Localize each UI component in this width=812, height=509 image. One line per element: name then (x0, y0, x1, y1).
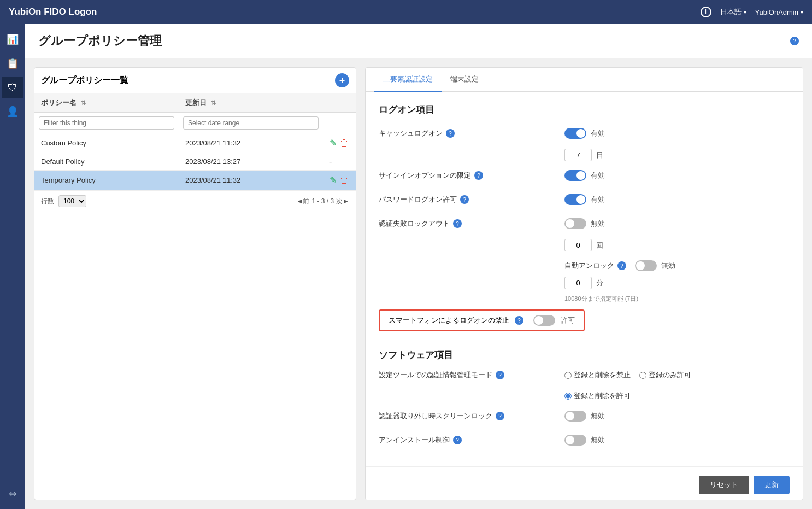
auto-unlock-toggle[interactable] (635, 260, 657, 271)
info-icon[interactable]: i (701, 7, 711, 17)
auto-unlock-status: 無効 (661, 261, 675, 271)
settings-panel: 二要素認証設定 端末設定 ログオン項目 キャッシュログオン ? (365, 67, 803, 500)
rows-per-page-select[interactable]: 100 50 25 (58, 195, 86, 207)
uninstall-help-icon[interactable]: ? (453, 436, 462, 444)
update-button[interactable]: 更新 (754, 476, 790, 494)
auth-fail-count-unit: 回 (596, 241, 603, 250)
policy-name-cell: Default Policy (34, 153, 179, 171)
cache-logon-days-input[interactable] (564, 149, 592, 161)
language-dropdown[interactable]: 日本語 (720, 7, 746, 17)
screen-lock-toggle[interactable] (564, 411, 586, 422)
table-row[interactable]: Default Policy 2023/08/21 13:27 - (34, 153, 356, 171)
page-help-icon[interactable]: ? (790, 37, 799, 45)
policy-panel: グループポリシー一覧 + ポリシー名 ⇅ 更新日 ⇅ (34, 67, 356, 500)
col-actions-header (323, 93, 356, 113)
signin-limit-toggle[interactable] (564, 170, 586, 181)
next-page-button[interactable]: 次► (336, 197, 349, 206)
filter-date-cell (179, 113, 323, 133)
pagination-row: 行数 100 50 25 ◄前 1 - 3 / 3 次► (34, 190, 356, 212)
tab-terminal[interactable]: 端末設定 (442, 68, 487, 92)
sidebar-item-user[interactable]: 👤 (2, 101, 23, 122)
col-policy-name[interactable]: ポリシー名 ⇅ (34, 93, 179, 113)
uninstall-status: 無効 (591, 435, 605, 445)
page-title: グループポリシー管理 (38, 33, 162, 49)
rows-label: 行数 (41, 197, 54, 206)
table-row[interactable]: Custom Policy 2023/08/21 11:32 ✎ 🗑 (34, 133, 356, 153)
main-content: グループポリシー管理 ? グループポリシー一覧 + ポリシー名 ⇅ (25, 24, 812, 509)
policy-date-cell: 2023/08/21 11:32 (179, 171, 323, 190)
screen-lock-label: 認証器取り外し時スクリーンロック ? (379, 411, 564, 421)
signin-limit-control: 有効 (564, 170, 605, 181)
sidebar-item-shield[interactable]: 🛡 (2, 77, 23, 98)
cache-logon-help-icon[interactable]: ? (446, 129, 455, 138)
action-icons: ✎ 🗑 (329, 175, 349, 185)
top-nav: YubiOn FIDO Logon i 日本語 YubiOnAdmin (0, 0, 812, 24)
cache-logon-days-row: 日 (564, 149, 790, 161)
cache-logon-label: キャッシュログオン ? (379, 128, 564, 138)
cache-logon-toggle[interactable] (564, 128, 586, 139)
smartphone-logon-toggle[interactable] (533, 315, 555, 326)
credential-mode-label: 設定ツールでの認証情報管理モード ? (379, 370, 564, 380)
delete-icon[interactable]: 🗑 (340, 175, 349, 185)
software-section-title: ソフトウェア項目 (379, 349, 790, 361)
user-dropdown[interactable]: YubiOnAdmin (755, 8, 804, 16)
table-row[interactable]: Temporary Policy 2023/08/21 11:32 ✎ 🗑 (34, 171, 356, 190)
policy-action-cell: - (323, 153, 356, 171)
col-update-date[interactable]: 更新日 ⇅ (179, 93, 323, 113)
credential-radio-option1[interactable]: 登録と削除を禁止 (564, 370, 631, 380)
auto-unlock-help-icon[interactable]: ? (617, 261, 626, 270)
pagination-nav: ◄前 1 - 3 / 3 次► (297, 197, 349, 206)
tab-2fa[interactable]: 二要素認証設定 (374, 68, 442, 92)
screen-lock-control: 無効 (564, 411, 605, 422)
delete-icon[interactable]: 🗑 (340, 138, 349, 148)
sidebar-item-reports[interactable]: 📋 (2, 52, 23, 74)
policy-date-cell: 2023/08/21 11:32 (179, 133, 323, 153)
filter-row (34, 113, 356, 133)
credential-mode-help-icon[interactable]: ? (496, 371, 504, 379)
settings-content: ログオン項目 キャッシュログオン ? 有効 (366, 92, 803, 466)
sidebar-item-swap[interactable]: ⇔ (2, 483, 23, 505)
auth-fail-count-input[interactable] (564, 239, 592, 251)
screen-lock-status: 無効 (591, 411, 605, 421)
auth-fail-lockout-status: 無効 (591, 219, 605, 229)
auth-fail-count-row: 回 (564, 239, 790, 251)
credential-radio-option3[interactable]: 登録と削除を許可 (564, 391, 790, 401)
signin-limit-row: サインインオプションの限定 ? 有効 (379, 167, 790, 184)
sidebar-item-dashboard[interactable]: 📊 (2, 28, 23, 50)
password-logon-help-icon[interactable]: ? (460, 195, 469, 204)
screen-lock-help-icon[interactable]: ? (496, 412, 504, 420)
uninstall-control: 無効 (564, 435, 605, 446)
smartphone-logon-status: 許可 (561, 315, 575, 325)
credential-radio-input1[interactable] (564, 372, 572, 379)
prev-page-button[interactable]: ◄前 (297, 197, 310, 206)
filter-name-cell (34, 113, 179, 133)
credential-radio-input2[interactable] (639, 372, 646, 379)
auth-fail-lockout-help-icon[interactable]: ? (453, 219, 462, 228)
auth-fail-lockout-row: 認証失敗ロックアウト ? 無効 (379, 215, 790, 232)
add-policy-button[interactable]: + (335, 73, 349, 87)
auto-unlock-row: 自動アンロック ? 無効 (564, 257, 790, 274)
auth-fail-lockout-toggle[interactable] (564, 218, 586, 229)
pagination-info: 1 - 3 / 3 (311, 197, 334, 205)
filter-name-input[interactable] (39, 116, 174, 130)
policy-date-cell: 2023/08/21 13:27 (179, 153, 323, 171)
auto-unlock-label: 自動アンロック ? (564, 261, 626, 271)
reset-button[interactable]: リセット (699, 476, 749, 494)
top-nav-right: i 日本語 YubiOnAdmin (701, 7, 804, 17)
signin-limit-help-icon[interactable]: ? (474, 171, 483, 180)
sidebar: 📊 📋 🛡 👤 ⇔ (0, 24, 25, 509)
password-logon-row: パスワードログオン許可 ? 有効 (379, 191, 790, 208)
auto-unlock-minutes-input[interactable] (564, 277, 592, 289)
password-logon-toggle[interactable] (564, 194, 586, 205)
edit-icon[interactable]: ✎ (329, 175, 337, 185)
password-logon-control: 有効 (564, 194, 605, 205)
auto-unlock-minutes-row: 分 (564, 277, 790, 289)
filter-date-input[interactable] (183, 116, 319, 130)
credential-radio-option2[interactable]: 登録のみ許可 (639, 370, 691, 380)
uninstall-toggle[interactable] (564, 435, 586, 446)
auth-fail-lockout-control: 無効 (564, 218, 605, 229)
credential-radio-input3[interactable] (564, 393, 572, 400)
smartphone-logon-help-icon[interactable]: ? (515, 316, 523, 325)
edit-icon[interactable]: ✎ (329, 138, 337, 148)
policy-table: ポリシー名 ⇅ 更新日 ⇅ (34, 93, 356, 190)
